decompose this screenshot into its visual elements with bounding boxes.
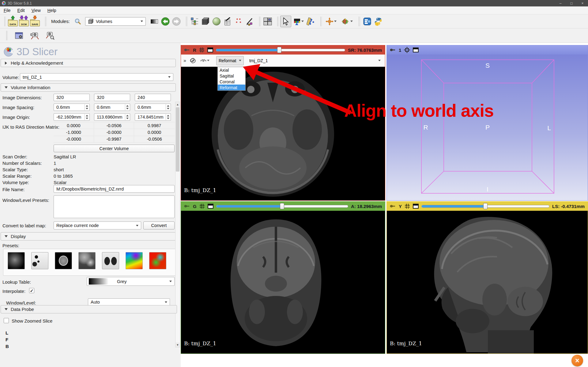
pet-rainbow-preset[interactable] <box>126 252 143 269</box>
overlay-close-button[interactable]: × <box>571 355 583 366</box>
screenshot-button[interactable] <box>13 30 24 41</box>
history-forward-button[interactable] <box>171 16 182 27</box>
slider-handle[interactable] <box>280 203 284 209</box>
pet-heat-preset[interactable] <box>149 252 166 269</box>
history-back-button[interactable] <box>160 16 171 27</box>
maximize-view-icon[interactable] <box>413 204 419 209</box>
center-view-icon[interactable] <box>404 47 410 53</box>
load-data-button[interactable]: DATA <box>7 16 18 27</box>
histogram-button[interactable] <box>149 16 160 27</box>
maximize-view-icon[interactable] <box>413 47 419 52</box>
visibility-toggle[interactable] <box>200 57 209 64</box>
slice-grid-icon[interactable] <box>405 203 410 209</box>
slice-intersection-button[interactable] <box>339 16 355 27</box>
spacing-z-field[interactable]: 0.6mm <box>135 104 171 111</box>
module-search-button[interactable] <box>72 16 83 27</box>
menu-item-sagittal[interactable]: Sagittal <box>218 73 245 79</box>
menu-edit[interactable]: Edit <box>17 8 25 13</box>
volume-information-header[interactable]: Volume Information <box>1 83 176 92</box>
layout-selector-button[interactable] <box>262 16 273 27</box>
slider-handle[interactable] <box>483 203 488 209</box>
spinner-arrows[interactable] <box>125 104 130 110</box>
window-level-button[interactable] <box>291 16 305 27</box>
menu-item-axial[interactable]: Axial <box>218 67 245 73</box>
interpolate-checkbox[interactable]: ✓ <box>29 288 34 293</box>
extensions-manager-button[interactable] <box>362 16 373 27</box>
ct-brain-preset[interactable] <box>55 252 72 269</box>
minimize-button[interactable]: – <box>555 0 566 6</box>
annotation-button[interactable] <box>244 16 255 27</box>
spacing-x-field[interactable]: 0.6mm <box>54 104 90 111</box>
subject-hierarchy-button[interactable] <box>189 16 200 27</box>
slice-grid-icon[interactable] <box>199 203 205 209</box>
menu-help[interactable]: Help <box>47 8 56 13</box>
slice-volume-selector[interactable]: tmj_DZ_1 <box>247 58 383 63</box>
maximize-button[interactable]: □ <box>566 0 577 6</box>
green-slice-offset-slider[interactable] <box>216 203 348 209</box>
menu-file[interactable]: File <box>4 8 11 13</box>
dimension-y-field[interactable]: 320 <box>94 94 130 101</box>
pin-icon[interactable] <box>184 204 190 208</box>
menu-view[interactable]: View <box>32 8 41 13</box>
crop-volume-button[interactable] <box>222 16 233 27</box>
slice-grid-icon[interactable] <box>199 47 205 53</box>
scroll-down-icon[interactable]: ▼ <box>175 342 180 347</box>
pin-icon[interactable] <box>390 48 396 52</box>
maximize-view-icon[interactable] <box>207 47 213 52</box>
python-console-button[interactable] <box>373 16 384 27</box>
scroll-up-icon[interactable]: ▲ <box>175 102 180 107</box>
ct-lung-preset[interactable] <box>102 252 119 269</box>
more-options-chevrons[interactable]: » <box>183 58 186 63</box>
help-acknowledgement-header[interactable]: Help & Acknowledgement <box>1 59 176 67</box>
save-button[interactable]: SAVE <box>29 16 40 27</box>
show-zoomed-slice-checkbox[interactable] <box>4 318 9 323</box>
axial-slice-viewport[interactable] <box>181 67 385 200</box>
mouse-interaction-button[interactable] <box>280 16 291 27</box>
lookup-table-selector[interactable]: Grey <box>87 277 175 286</box>
file-name-input[interactable]: M:/Dropbox/Biometric/tmj_DZ.nrrd <box>54 185 175 193</box>
yellow-slice-offset-slider[interactable] <box>421 203 549 209</box>
pin-icon[interactable] <box>184 48 190 52</box>
display-header[interactable]: Display <box>1 232 176 240</box>
center-volume-button[interactable]: Center Volume <box>54 145 175 152</box>
ct-abdomen-preset[interactable] <box>78 252 96 269</box>
spinner-arrows[interactable] <box>85 114 89 120</box>
origin-x-field[interactable]: -62.1609mm <box>54 113 90 121</box>
sagittal-slice-viewport[interactable] <box>387 211 588 354</box>
spinner-arrows[interactable] <box>166 114 170 120</box>
coronal-slice-viewport[interactable] <box>181 211 385 354</box>
dimension-x-field[interactable]: 320 <box>54 94 90 101</box>
scene-view-button[interactable] <box>29 30 40 41</box>
crosshair-button[interactable] <box>323 16 339 27</box>
volume-rendering-button[interactable] <box>211 16 222 27</box>
spinner-arrows[interactable] <box>85 104 89 110</box>
threed-viewport[interactable]: S R P L I <box>387 55 588 200</box>
convert-mode-selector[interactable]: Replace current node <box>54 221 141 229</box>
convert-button[interactable]: Convert <box>143 221 175 229</box>
window-level-mode-selector[interactable]: Auto <box>88 298 170 306</box>
close-button[interactable]: × <box>577 0 588 6</box>
scrollbar-thumb[interactable] <box>176 107 179 172</box>
red-slice-offset-slider[interactable] <box>216 47 345 53</box>
pin-icon[interactable] <box>390 204 396 208</box>
volume-selector[interactable]: tmj_DZ_1 <box>20 73 173 81</box>
data-module-button[interactable] <box>200 16 211 27</box>
ct-bone-inverted-preset[interactable] <box>31 252 48 269</box>
maximize-view-icon[interactable] <box>208 204 213 209</box>
measurements-button[interactable] <box>305 16 316 27</box>
link-views-icon[interactable] <box>189 57 197 64</box>
mr-default-preset[interactable] <box>8 252 25 269</box>
origin-y-field[interactable]: 113.6960mm <box>94 113 130 121</box>
data-probe-header[interactable]: Data Probe <box>1 305 177 313</box>
spinner-arrows[interactable] <box>125 114 130 120</box>
window-level-presets-list[interactable] <box>54 195 175 218</box>
orientation-selector[interactable]: Reformat <box>216 56 244 65</box>
slider-handle[interactable] <box>277 47 281 53</box>
scene-view-restore-button[interactable] <box>44 30 55 41</box>
modules-selector[interactable]: Volumes <box>85 17 146 26</box>
markups-button[interactable]: * ** * <box>233 16 244 27</box>
dicom-button[interactable]: DCM <box>18 16 29 27</box>
origin-z-field[interactable]: 174.8451mm <box>135 113 171 121</box>
dimension-z-field[interactable]: 240 <box>135 94 171 101</box>
menu-item-coronal[interactable]: Coronal <box>218 79 245 85</box>
